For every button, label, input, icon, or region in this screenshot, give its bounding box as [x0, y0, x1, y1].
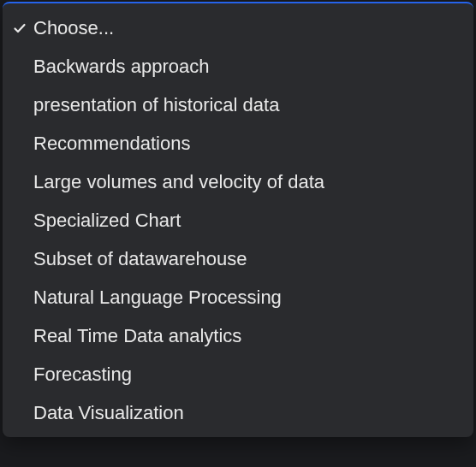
dropdown-item-backwards-approach[interactable]: Backwards approach: [3, 47, 473, 86]
dropdown-item-subset-datawarehouse[interactable]: Subset of datawarehouse: [3, 239, 473, 278]
dropdown-item-large-volumes-velocity[interactable]: Large volumes and velocity of data: [3, 163, 473, 201]
dropdown-item-label: Natural Language Processing: [33, 283, 461, 311]
dropdown-item-label: Large volumes and velocity of data: [33, 168, 461, 196]
dropdown-item-label: Real Time Data analytics: [33, 322, 461, 350]
dropdown-item-data-visualization[interactable]: Data Visualization: [3, 393, 473, 432]
dropdown-item-label: Data Visualization: [33, 399, 461, 427]
dropdown-menu[interactable]: Choose... Backwards approach presentatio…: [3, 2, 473, 437]
dropdown-item-label: Subset of datawarehouse: [33, 245, 461, 273]
dropdown-item-forecasting[interactable]: Forecasting: [3, 355, 473, 393]
dropdown-item-label: Specialized Chart: [33, 206, 461, 234]
dropdown-item-label: Recommendations: [33, 129, 461, 157]
dropdown-item-realtime-analytics[interactable]: Real Time Data analytics: [3, 316, 473, 355]
checkmark-icon: [13, 21, 33, 35]
dropdown-item-nlp[interactable]: Natural Language Processing: [3, 278, 473, 316]
dropdown-item-label: Choose...: [33, 14, 461, 42]
dropdown-item-label: Backwards approach: [33, 52, 461, 80]
dropdown-item-label: Forecasting: [33, 360, 461, 388]
dropdown-item-specialized-chart[interactable]: Specialized Chart: [3, 201, 473, 239]
dropdown-item-presentation-historical-data[interactable]: presentation of historical data: [3, 86, 473, 124]
dropdown-item-label: presentation of historical data: [33, 91, 461, 119]
dropdown-item-recommendations[interactable]: Recommendations: [3, 124, 473, 163]
dropdown-item-choose[interactable]: Choose...: [3, 9, 473, 47]
